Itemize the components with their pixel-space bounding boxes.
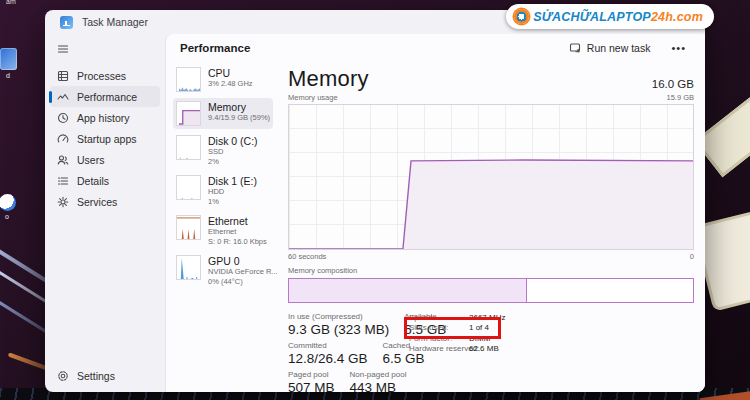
hamburger-icon	[57, 43, 69, 55]
memory-composition-bar	[288, 278, 694, 303]
performance-panel: Performance Run new task •••	[165, 34, 705, 392]
memory-title: Memory	[288, 66, 369, 92]
in-use-value: 9.3 GB (323 MB)	[288, 322, 389, 337]
perf-item-disk1[interactable]: Disk 1 (E:) HDD 1%	[173, 172, 273, 209]
desktop-icon-app[interactable]: o	[0, 194, 19, 220]
sidebar-item-app-history[interactable]: App history	[50, 107, 160, 128]
disk1-sparkline	[176, 175, 201, 200]
memory-usage-max: 15.9 GB	[666, 93, 694, 102]
details-icon	[57, 175, 69, 187]
disk0-sparkline	[176, 135, 201, 160]
more-options-button[interactable]: •••	[664, 40, 693, 56]
memory-sparkline	[176, 101, 201, 126]
memory-total: 16.0 GB	[652, 78, 694, 92]
users-icon	[57, 154, 69, 166]
sidebar-item-details[interactable]: Details	[50, 170, 160, 191]
perf-item-memory[interactable]: Memory 9.4/15.9 GB (59%)	[173, 98, 273, 129]
non-paged-pool-value: 443 MB	[350, 380, 407, 392]
perf-item-gpu[interactable]: GPU 0 NVIDIA GeForce R... 0% (44°C)	[173, 252, 273, 289]
x-axis-right: 0	[690, 252, 694, 261]
performance-list: CPU 3% 2.48 GHz Memory 9.4/15.9 GB (59%)	[166, 62, 278, 392]
slots-used-highlight-box	[404, 317, 501, 339]
app-history-icon	[57, 112, 69, 124]
brand-name-orange: 24h.com	[651, 10, 703, 24]
sidebar-item-services[interactable]: Services	[50, 191, 160, 212]
watermark-badge: SỬACHỮALAPTOP24h.com	[506, 4, 714, 29]
perf-item-disk0[interactable]: Disk 0 (C:) SSD 2%	[173, 132, 273, 169]
memory-composition-label: Memory composition	[288, 266, 694, 275]
gear-icon	[57, 370, 69, 382]
sidebar: Processes Performance App history Startu…	[45, 34, 165, 392]
sidebar-item-settings[interactable]: Settings	[50, 365, 160, 386]
run-new-task-button[interactable]: Run new task	[561, 39, 659, 57]
startup-apps-icon	[57, 133, 69, 145]
cpu-sparkline	[176, 67, 201, 92]
services-icon	[57, 196, 69, 208]
committed-value: 12.8/26.4 GB	[288, 351, 368, 366]
sidebar-item-processes[interactable]: Processes	[50, 65, 160, 86]
ethernet-sparkline	[176, 215, 201, 240]
document-icon	[0, 48, 17, 70]
perf-item-ethernet[interactable]: Ethernet Ethernet S: 0 R: 16.0 Kbps	[173, 212, 273, 249]
task-manager-window: Task Manager Processes Performance	[45, 10, 705, 392]
brand-name-blue: SỬACHỮALAPTOP	[533, 10, 651, 24]
hamburger-menu-button[interactable]	[50, 38, 80, 59]
memory-usage-chart	[288, 104, 694, 250]
performance-icon	[57, 91, 69, 103]
paged-pool-value: 507 MB	[288, 380, 335, 392]
run-new-task-icon	[569, 42, 581, 54]
page-title: Performance	[180, 42, 250, 54]
composition-fill	[289, 279, 527, 302]
window-title: Task Manager	[82, 16, 148, 28]
processes-icon	[57, 70, 69, 82]
desktop-icon-label: am	[6, 0, 16, 5]
memory-usage-label: Memory usage	[288, 93, 338, 102]
memory-detail-pane: Memory 16.0 GB Memory usage 15.9 GB	[278, 62, 705, 392]
task-manager-icon	[60, 16, 73, 29]
hardware-reserved-value: 62.6 MB	[469, 344, 499, 354]
x-axis-left: 60 seconds	[288, 252, 326, 261]
gpu-sparkline	[176, 255, 201, 280]
gear-logo-icon	[514, 9, 529, 24]
sidebar-item-users[interactable]: Users	[50, 149, 160, 170]
app-icon	[0, 194, 16, 211]
perf-item-cpu[interactable]: CPU 3% 2.48 GHz	[173, 64, 273, 95]
desktop-icon-document[interactable]: d	[0, 48, 20, 79]
memory-stats: In use (Compressed) 9.3 GB (323 MB) Avai…	[288, 312, 694, 392]
sidebar-item-performance[interactable]: Performance	[50, 86, 160, 107]
memory-usage-fill	[289, 160, 693, 249]
sidebar-item-startup-apps[interactable]: Startup apps	[50, 128, 160, 149]
